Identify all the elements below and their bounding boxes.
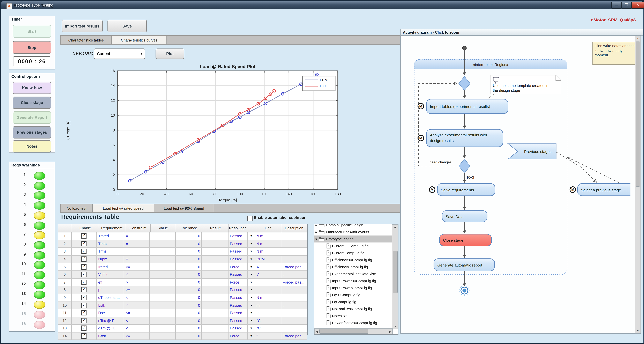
title-bar[interactable]: Prototype Type Testing — ❐ ✕ <box>1 1 644 9</box>
tree-file-noloadtestcompfig-fig[interactable]: NoLoadTestCompFig.fig <box>314 306 392 312</box>
tree-file-efficiencycompfig-fig[interactable]: EfficiencyCompFig.fig <box>314 264 392 270</box>
resolution-dropdown-icon[interactable]: ▼ <box>248 232 255 240</box>
enable-cell: ✓ <box>72 278 96 286</box>
caret-right-icon[interactable]: ▸ <box>314 224 318 227</box>
tab-characteristics-curves[interactable]: Characteristics curves <box>112 36 167 44</box>
plot-button[interactable]: Plot <box>156 48 184 59</box>
scroll-up-icon[interactable]: ▲ <box>635 37 640 40</box>
table-cell: Trms <box>96 248 124 255</box>
tree-folder-prototypetesting[interactable]: ▾PrototypeTesting <box>314 236 392 242</box>
activity-vscroll-thumb[interactable] <box>636 42 640 186</box>
resolution-dropdown-icon[interactable]: ▼ <box>248 240 255 248</box>
table-row: 1✓Trated=0Passed▼N m. <box>58 232 307 240</box>
save-button[interactable]: Save <box>108 20 147 32</box>
tab-no-load-test[interactable]: No load test <box>61 204 92 212</box>
resolution-dropdown-icon[interactable]: ▼ <box>248 248 255 255</box>
table-cell: Forced pas... <box>281 278 307 286</box>
tree-file-lq90compfig-fig[interactable]: Lq90CompFig.fig <box>314 292 392 298</box>
control-button-know-how[interactable]: Know-how <box>13 82 51 94</box>
warning-led-green <box>34 251 46 260</box>
resolution-dropdown-icon[interactable]: ▼ <box>248 302 255 309</box>
enable-checkbox[interactable]: ✓ <box>81 280 86 285</box>
scroll-down-icon[interactable]: ▼ <box>635 330 640 332</box>
select-previous-node: Select a previous stage <box>581 188 621 192</box>
scroll-up-icon[interactable]: ▲ <box>392 226 398 228</box>
table-cell: < <box>124 325 150 332</box>
enable-checkbox[interactable]: ✓ <box>81 287 86 292</box>
control-button-close-stage[interactable]: Close stage <box>13 96 51 109</box>
activity-diagram-header[interactable]: Activity diagram - Click to zoom <box>400 29 643 36</box>
enable-checkbox[interactable]: ✓ <box>81 303 86 308</box>
close-button[interactable]: ✕ <box>631 2 644 9</box>
enable-checkbox[interactable]: ✓ <box>81 295 86 300</box>
maximize-button[interactable]: ❐ <box>621 2 632 9</box>
tree-file-experimentaltestdata-xlsx[interactable]: ExperimentalTestData.xlsx <box>314 270 392 278</box>
svg-text:FEM: FEM <box>320 78 328 82</box>
timer-stop-button[interactable]: Stop <box>13 41 51 54</box>
tree-vertical-scrollbar[interactable]: ▲ ▼ <box>392 224 398 329</box>
resolution-dropdown-icon[interactable]: ▼ <box>248 294 255 301</box>
table-row: 4✓Nrpm=0Passed▼RPM. <box>58 256 307 263</box>
tab-characteristics-tables[interactable]: Characteristics tables <box>61 36 112 44</box>
scroll-down-icon[interactable]: ▼ <box>392 325 398 328</box>
resolution-dropdown-icon[interactable]: ▼ <box>248 309 255 316</box>
enable-checkbox[interactable]: ✓ <box>81 256 86 262</box>
enable-checkbox[interactable]: ✓ <box>81 333 86 338</box>
resolution-dropdown-icon[interactable]: ▼ <box>248 332 255 340</box>
tab-load-test-rated-speed[interactable]: Load test @ rated speed <box>92 204 154 212</box>
load-rated-speed-chart: 0204060801001201401601800246810121416Loa… <box>63 64 352 204</box>
auto-resolution-checkbox[interactable] <box>247 216 252 221</box>
control-button-previous-stages[interactable]: Previous stages <box>13 126 51 138</box>
caret-down-icon[interactable]: ▾ <box>314 237 318 241</box>
enable-checkbox[interactable]: ✓ <box>81 234 86 239</box>
enable-checkbox[interactable]: ✓ <box>81 264 86 270</box>
output-select-dropdown[interactable]: Current ▼ <box>94 48 145 59</box>
scroll-right-icon[interactable]: ▶ <box>388 330 392 333</box>
table-cell: 7 <box>58 278 72 286</box>
table-cell: Passed <box>228 325 248 332</box>
tree-hscroll-thumb[interactable] <box>320 329 368 334</box>
timer-start-button[interactable]: Start <box>13 25 51 38</box>
table-cell: Passed <box>228 240 248 248</box>
enable-checkbox[interactable]: ✓ <box>81 272 86 277</box>
tree-file-lqcompfig-fig[interactable]: LqCompFig.fig <box>314 298 392 306</box>
enable-checkbox[interactable]: ✓ <box>81 326 86 331</box>
enable-checkbox[interactable]: ✓ <box>81 241 86 246</box>
resolution-dropdown-icon[interactable]: ▼ <box>248 286 255 294</box>
tree-file-efficiency90compfig-fig[interactable]: Efficiency90CompFig.fig <box>314 256 392 264</box>
tree-file-input-power90compfig-fig[interactable]: Input Power90CompFig.fig <box>314 278 392 284</box>
tree-file-current90compfig-fig[interactable]: Current90CompFig.fig <box>314 242 392 250</box>
enable-checkbox[interactable]: ✓ <box>81 318 86 323</box>
resolution-dropdown-icon[interactable]: ▼ <box>248 256 255 263</box>
tree-file-input-powercompfig-fig[interactable]: Input PowerCompFig.fig <box>314 284 392 292</box>
enable-checkbox[interactable]: ✓ <box>81 310 86 316</box>
tree-vscroll-thumb[interactable] <box>393 251 398 293</box>
tree-horizontal-scrollbar[interactable]: ◀ ▶ <box>314 328 393 335</box>
table-cell: 10 <box>58 302 72 309</box>
resolution-dropdown-icon[interactable]: ▼ <box>248 325 255 332</box>
resolution-dropdown-icon[interactable]: ▼ <box>248 317 255 324</box>
resolution-dropdown-icon[interactable]: ▼ <box>248 271 255 278</box>
close-stage-node: Close stage <box>443 238 463 242</box>
activity-vertical-scrollbar[interactable]: ▲ ▼ <box>635 36 641 333</box>
tree-folder-manufacturingandlayouts[interactable]: ▸ManufacturingAndLayouts <box>314 228 392 236</box>
scroll-left-icon[interactable]: ◀ <box>315 330 318 333</box>
control-button-notes[interactable]: Notes <box>13 140 51 152</box>
tree-file-power-factor90compfig-fig[interactable]: Power factor90CompFig.fig <box>314 320 392 326</box>
import-test-results-button[interactable]: Import test results <box>62 20 103 32</box>
tree-file-notes-txt[interactable]: Notes.txt <box>314 312 392 320</box>
resolution-dropdown-icon[interactable]: ▼ <box>248 263 255 270</box>
tree-file-currentcompfig-fig[interactable]: CurrentCompFig.fig <box>314 250 392 256</box>
table-cell <box>150 332 176 340</box>
caret-right-icon[interactable]: ▸ <box>314 230 318 234</box>
svg-text:Torque [%]: Torque [%] <box>218 198 237 202</box>
resolution-dropdown-icon[interactable]: ▼ <box>248 278 255 286</box>
minimize-button[interactable]: — <box>611 2 622 9</box>
enable-checkbox[interactable]: ✓ <box>81 249 86 254</box>
table-cell <box>202 278 228 286</box>
tab-load-test-90-speed[interactable]: Load test @ 90% Speed <box>154 204 214 212</box>
table-cell: N m <box>255 232 281 240</box>
table-row: 11✓Dse<=0Passed▼m. <box>58 309 307 317</box>
activity-diagram: «interruptibleRegion» Use the same templ… <box>401 36 630 332</box>
tree-folder-domainspecificdesign[interactable]: ▸DomainSpecificDesign <box>314 224 392 228</box>
